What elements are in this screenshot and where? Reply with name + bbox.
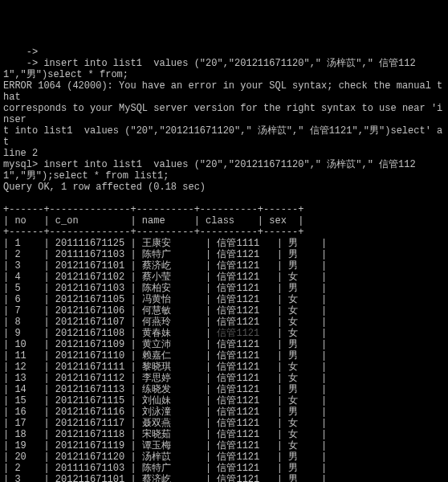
table-row: | 4 | 201211671102 | 蔡小莹 | 信管1121 | 女 | [3,272,445,283]
table-row: | 17 | 201211671117 | 聂双燕 | 信管1121 | 女 | [3,418,445,429]
error-message-line: corresponds to your MySQL server version… [3,103,445,125]
table-row: | 7 | 201211671106 | 何慧敏 | 信管1121 | 女 | [3,305,445,317]
mysql-prompt-line[interactable]: mysql> insert into list1 values ("20","2… [3,159,445,182]
table-row: | 19 | 201211671119 | 谭玉梅 | 信管1121 | 女 | [3,440,445,451]
table-row: | 15 | 201211671115 | 刘仙妹 | 信管1121 | 女 | [3,395,445,406]
table-row: | 14 | 201211671113 | 练晓发 | 信管1121 | 男 | [3,384,445,395]
terminal-output: -> -> insert into list1 values ("20","20… [3,47,445,482]
table-header-row: | no | c_on | name | class | sex | [3,215,445,227]
table-row: | 2 | 201111671103 | 陈特广 | 信管1121 | 男 | [3,249,445,260]
table-row: | 6 | 201211671105 | 冯黄怡 | 信管1121 | 女 | [3,294,445,305]
error-message-line: t into list1 values ("20","201211671120"… [3,125,445,148]
table-row: | 1 | 201111671125 | 王康安 | 信管1111 | 男 | [3,238,445,249]
table-row: | 9 | 201211671108 | 黄春妹 | 信管1121 | 女 | [3,328,445,339]
error-message-line: ERROR 1064 (42000): You have an error in… [3,80,445,103]
table-row: | 8 | 201211671107 | 何燕玲 | 信管1121 | 女 | [3,317,445,328]
table-row: | 13 | 201211671112 | 李思婷 | 信管1121 | 女 | [3,373,445,384]
table-border: +------+--------------+----------+------… [3,204,445,215]
prompt-continuation: -> [3,47,445,58]
query-result-line: Query OK, 1 row affected (0.18 sec) [3,182,445,193]
watermark-text: 信管1121 [217,328,271,339]
table-row: | 3 | 201211671101 | 蔡济屹 | 信管1121 | 男 | [3,474,445,482]
table-row: | 11 | 201211671110 | 赖嘉仁 | 信管1121 | 男 | [3,350,445,362]
table-row: | 10 | 201211671109 | 黄立沛 | 信管1121 | 男 | [3,339,445,350]
table-row: | 12 | 201211671111 | 黎晓琪 | 信管1121 | 女 | [3,362,445,373]
table-row: | 5 | 201211671103 | 陈柏安 | 信管1121 | 男 | [3,283,445,294]
sql-insert-statement: -> insert into list1 values ("20","20121… [3,58,445,80]
table-row: | 2 | 201111671103 | 陈特广 | 信管1121 | 男 | [3,463,445,474]
table-row: | 20 | 201211671120 | 汤梓苡 | 信管1121 | 男 | [3,451,445,463]
table-border: +------+--------------+----------+------… [3,227,445,238]
table-row: | 16 | 201211671116 | 刘泳潼 | 信管1121 | 男 | [3,406,445,418]
table-row: | 18 | 201211671118 | 宋晓茹 | 信管1121 | 女 | [3,429,445,440]
error-message-line: line 2 [3,148,445,159]
table-row: | 3 | 201211671101 | 蔡济屹 | 信管1121 | 男 | [3,260,445,272]
